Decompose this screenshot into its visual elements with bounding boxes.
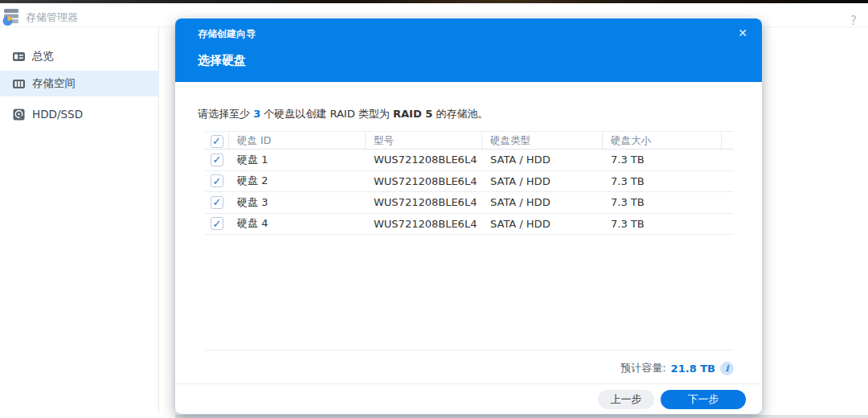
disk-type: SATA / HDD [482,218,603,230]
checkbox-cell: ✓ [205,214,229,235]
sidebar-item-label: 存储空间 [32,76,76,91]
disk-model: WUS721208BLE6L4 [366,154,482,166]
disk-table-header-row: ✓ 硬盘 ID 型号 硬盘类型 硬盘大小 [205,131,734,150]
table-row-disk-3[interactable]: ✓ 硬盘 3 WUS721208BLE6L4 SATA / HDD 7.3 TB [205,192,734,214]
disk-id: 硬盘 2 [229,174,366,188]
sidebar-item-overview[interactable]: 总览 [0,43,158,69]
check-icon: ✓ [212,136,221,146]
check-icon: ✓ [213,176,222,186]
table-row-disk-4[interactable]: ✓ 硬盘 4 WUS721208BLE6L4 SATA / HDD 7.3 TB [205,214,734,236]
table-row-disk-2[interactable]: ✓ 硬盘 2 WUS721208BLE6L4 SATA / HDD 7.3 TB [205,171,734,193]
column-header-model[interactable]: 型号 [366,132,482,150]
dialog-footer: 上一步 下一步 [598,390,746,409]
app-title: 存储管理器 [26,10,78,25]
disk-size: 7.3 TB [603,196,722,208]
disk-type: SATA / HDD [482,175,603,187]
sidebar-item-label: 总览 [32,49,54,64]
hdd-disk-icon [11,107,26,121]
close-icon[interactable]: ✕ [738,27,747,39]
checkbox-cell: ✓ [205,192,229,213]
disk-type: SATA / HDD [482,154,603,166]
instruction-raid-type: RAID 5 [393,108,432,120]
disk-id: 硬盘 1 [229,153,366,167]
next-step-button[interactable]: 下一步 [661,390,746,409]
column-header-disk-type[interactable]: 硬盘类型 [482,132,603,150]
instruction-suffix: 的存储池。 [432,108,488,120]
check-icon: ✓ [213,219,222,229]
info-icon[interactable]: i [720,362,734,375]
checkbox-cell: ✓ [205,171,229,192]
disk-size: 7.3 TB [603,154,722,166]
select-all-cell: ✓ [205,132,229,150]
select-all-checkbox[interactable]: ✓ [211,135,223,148]
overview-icon [11,49,26,64]
storage-space-icon [11,76,26,91]
storage-manager-app-icon [2,7,21,27]
check-icon: ✓ [213,197,222,207]
dialog-step-title: 选择硬盘 [198,53,246,68]
sidebar: 总览 存储空间 HDD/SSD [0,27,158,414]
disk-size: 7.3 TB [603,218,722,230]
row-checkbox[interactable]: ✓ [211,174,223,187]
check-icon: ✓ [213,154,222,165]
dialog-title: 存储创建向导 [198,27,256,41]
disk-model: WUS721208BLE6L4 [366,175,482,187]
instruction-text: 请选择至少 3 个硬盘以创建 RAID 类型为 RAID 5 的存储池。 [198,107,488,121]
disk-id: 硬盘 4 [229,216,366,231]
disk-model: WUS721208BLE6L4 [366,218,482,230]
footer-divider [175,383,762,384]
disk-id: 硬盘 3 [229,195,366,210]
column-header-disk-size[interactable]: 硬盘大小 [603,132,722,150]
estimated-capacity: 预计容量: 21.8 TB i [620,361,734,375]
disk-model: WUS721208BLE6L4 [366,196,482,208]
sidebar-divider [158,27,159,414]
instruction-disk-count: 3 [253,108,260,120]
disk-type: SATA / HDD [482,196,603,208]
row-checkbox[interactable]: ✓ [211,217,223,230]
row-checkbox[interactable]: ✓ [211,196,223,209]
checkbox-cell: ✓ [205,150,229,170]
sidebar-item-hdd-ssd[interactable]: HDD/SSD [0,101,158,127]
storage-creation-wizard-dialog: 存储创建向导 选择硬盘 ✕ 请选择至少 3 个硬盘以创建 RAID 类型为 RA… [175,18,762,414]
disk-table-body: ✓ 硬盘 1 WUS721208BLE6L4 SATA / HDD 7.3 TB… [205,150,734,235]
sidebar-item-storage-space[interactable]: 存储空间 [0,71,158,96]
instruction-prefix: 请选择至少 [198,108,253,120]
column-header-disk-id[interactable]: 硬盘 ID [229,132,366,150]
row-checkbox[interactable]: ✓ [211,154,223,166]
disk-table: ✓ 硬盘 ID 型号 硬盘类型 硬盘大小 ✓ 硬盘 1 WUS721208BLE… [205,131,734,235]
disk-size: 7.3 TB [603,175,722,187]
table-row-disk-1[interactable]: ✓ 硬盘 1 WUS721208BLE6L4 SATA / HDD 7.3 TB [205,150,734,171]
window-bottom-edge [175,415,868,418]
instruction-middle: 个硬盘以创建 RAID 类型为 [260,108,393,120]
sidebar-item-label: HDD/SSD [32,108,83,121]
capacity-divider [205,350,734,350]
capacity-value: 21.8 TB [671,363,715,375]
dialog-header: 存储创建向导 选择硬盘 ✕ [175,18,762,82]
capacity-label: 预计容量: [620,361,665,375]
previous-step-button[interactable]: 上一步 [598,390,654,409]
column-header-spacer [722,132,734,150]
